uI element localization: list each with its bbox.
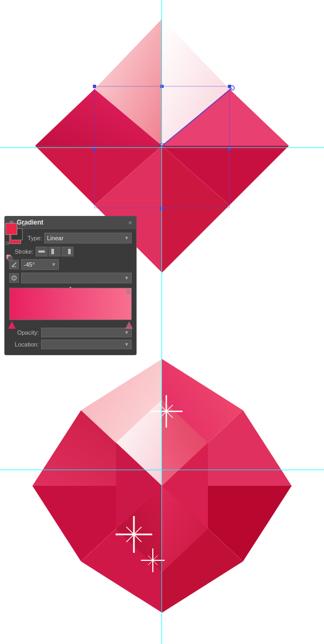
horizontal-guide-1 [0,147,324,148]
angle-dropdown[interactable]: -45° ▼ [21,259,59,270]
svg-rect-12 [38,250,45,253]
panel-menu-icon[interactable]: ≡ [129,219,132,226]
svg-rect-13 [51,249,54,254]
opacity-row: Opacity: ▼ [9,328,132,337]
angle-dropdown-arrow: ▼ [51,262,56,267]
stroke-icons-group [36,247,73,256]
aspect-dropdown-arrow: ▼ [124,275,129,281]
handle-bm[interactable] [160,207,164,210]
gradient-bar-container: 🗑 [9,288,132,326]
handle-tl[interactable] [93,85,96,88]
opacity-label: Opacity: [9,329,39,336]
type-label: Type: [23,235,42,241]
fg-bg-swatches: ⇄ ⊡ [5,223,26,246]
handle-tm[interactable] [160,85,164,88]
location-row: Location: ▼ [9,340,132,349]
opacity-dropdown-arrow: ▼ [124,330,129,335]
angle-row: -45° ▼ [9,259,132,270]
type-value: Linear [47,235,64,241]
aspect-row: ▼ [9,273,132,283]
stroke-btn-1[interactable] [36,247,48,256]
angle-value: -45° [24,261,35,268]
opacity-dropdown[interactable]: ▼ [41,328,132,337]
vertical-guide [161,0,162,644]
stroke-btn-2[interactable] [49,247,60,256]
gradient-bar[interactable] [9,288,132,320]
location-label: Location: [9,341,39,348]
svg-rect-14 [68,249,71,254]
reset-colors-icon[interactable]: ⊡ [5,241,9,246]
gradient-stop-right[interactable] [125,321,133,329]
swap-colors-icon[interactable]: ⇄ [22,223,26,227]
trash-icon[interactable]: 🗑 [125,288,132,295]
horizontal-guide-2 [0,470,324,470]
location-dropdown[interactable]: ▼ [41,340,132,349]
type-row: Type: Linear ▼ [9,232,132,244]
gradient-indicator-icon[interactable] [5,254,16,265]
svg-rect-20 [8,256,12,261]
stroke-row: Stroke: [9,247,132,256]
foreground-swatch[interactable] [5,223,17,235]
panel-body: Type: Linear ▼ Stroke: [5,229,136,355]
type-dropdown[interactable]: Linear ▼ [44,233,132,243]
stroke-btn-3[interactable] [62,247,73,256]
type-dropdown-arrow: ▼ [124,235,129,241]
aspect-dropdown[interactable]: ▼ [21,273,132,283]
aspect-icon [9,273,19,283]
location-dropdown-arrow: ▼ [124,342,129,347]
gradient-stop-left[interactable] [8,321,16,329]
